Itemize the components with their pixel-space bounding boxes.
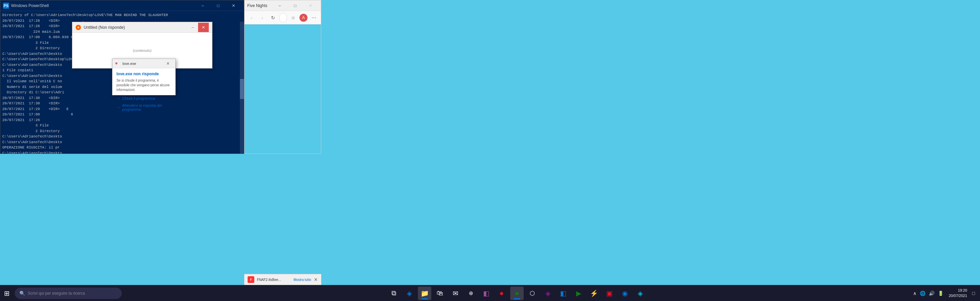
powershell-icon: PS bbox=[3, 3, 9, 9]
close-button[interactable]: ✕ bbox=[226, 0, 241, 11]
maximize-button[interactable]: □ bbox=[210, 0, 226, 11]
ps-line: 3 File bbox=[2, 123, 242, 128]
taskbar-clock[interactable]: 19:20 20/07/2021 bbox=[946, 288, 970, 298]
search-icon: 🔍 bbox=[19, 291, 25, 296]
untitled-dialog-title: Untitled (Non risponde) bbox=[84, 25, 188, 30]
notification-center-icon[interactable]: □ bbox=[971, 289, 976, 297]
ps-line: Directory of C:\Users\AdrianoTech\Deskto… bbox=[2, 13, 242, 18]
profile-button[interactable]: A bbox=[299, 14, 307, 22]
show-all-label[interactable]: Mostra tutto bbox=[293, 278, 311, 282]
browser-window-controls: – □ ✕ bbox=[272, 0, 318, 11]
close-program-arrow: → bbox=[116, 96, 120, 100]
taskbar-vs[interactable]: ◧ bbox=[479, 287, 493, 300]
taskbar-green-play[interactable]: ▶ bbox=[572, 287, 585, 300]
ps-line: 2 Directory bbox=[2, 128, 242, 134]
love-dialog: ♥ love.exe ✕ love.exe non risponde Se si… bbox=[112, 59, 176, 95]
taskbar-file-explorer[interactable]: 📁 bbox=[418, 287, 431, 300]
tray-network-icon[interactable]: 🌐 bbox=[919, 289, 926, 297]
search-placeholder: Scrivi qui per eseguire la ricerca bbox=[28, 291, 85, 296]
ps-line: 20/07/2021 17:26 bbox=[2, 117, 242, 123]
taskbar-center-icons: ⧉ ◈ 📁 🛍 ✉ ⊕ ◧ ● ● ⬡ ◈ ◧ ▶ ⚡ ▣ ◉ ◈ bbox=[122, 287, 912, 300]
taskbar-square-app[interactable]: ▣ bbox=[603, 287, 616, 300]
tray-volume-icon[interactable]: 🔊 bbox=[928, 289, 935, 297]
powershell-titlebar: PS Windows PowerShell – □ ✕ bbox=[0, 0, 244, 11]
browser-maximize-button[interactable]: □ bbox=[287, 0, 303, 11]
love-dialog-icon: ♥ bbox=[115, 61, 121, 66]
love-dialog-titlebar: ♥ love.exe ✕ bbox=[113, 59, 175, 68]
taskbar-date-display: 20/07/2021 bbox=[948, 293, 967, 298]
taskbar-hex-app[interactable]: ⬡ bbox=[526, 287, 539, 300]
ps-line: C:\Users\AdrianoTech\Deskto bbox=[2, 139, 242, 145]
powershell-scrollbar[interactable] bbox=[240, 22, 244, 154]
untitled-dialog-titlebar: ● Untitled (Non risponde) – ✕ bbox=[72, 22, 212, 33]
tray-chevron-icon[interactable]: ∧ bbox=[912, 289, 918, 297]
taskbar-green-app[interactable]: ● bbox=[510, 287, 523, 300]
notification-close-button[interactable]: ✕ bbox=[314, 277, 318, 282]
untitled-close-button[interactable]: ✕ bbox=[198, 23, 209, 32]
start-button[interactable]: ⊞ bbox=[0, 287, 13, 300]
taskbar-store[interactable]: 🛍 bbox=[433, 287, 447, 300]
browser-minimize-button[interactable]: – bbox=[272, 0, 287, 11]
taskbar-purple-app[interactable]: ◈ bbox=[541, 287, 554, 300]
back-button[interactable]: ‹ bbox=[247, 13, 256, 22]
browser-close-button[interactable]: ✕ bbox=[303, 0, 318, 11]
browser-titlebar: Five Nights – □ ✕ bbox=[245, 0, 321, 11]
love-close-button[interactable]: ✕ bbox=[163, 60, 173, 68]
taskbar-diamond-app[interactable]: ◈ bbox=[633, 287, 647, 300]
untitled-dialog-body: (contenuto) bbox=[133, 49, 151, 52]
love-body-text: Se si chiude il programma, è possibile c… bbox=[116, 78, 171, 92]
browser-controls: ‹ › ↻ ☆ A ⋯ bbox=[245, 11, 321, 24]
love-not-responding-title: love.exe non risponde bbox=[116, 71, 171, 76]
forward-button[interactable]: › bbox=[258, 13, 267, 22]
taskbar-time-display: 19:20 bbox=[948, 288, 967, 293]
refresh-button[interactable]: ↻ bbox=[269, 13, 277, 22]
browser-window: Five Nights – □ ✕ ‹ › ↻ ☆ A ⋯ bbox=[244, 0, 321, 154]
close-program-label: Chiudi il programma bbox=[122, 96, 155, 100]
untitled-minimize-button[interactable]: – bbox=[188, 23, 198, 32]
address-bar[interactable] bbox=[279, 13, 287, 22]
tray-battery-icon[interactable]: 🔋 bbox=[937, 289, 945, 297]
browser-title: Five Nights bbox=[247, 3, 272, 8]
wait-program-arrow: → bbox=[116, 105, 120, 109]
taskbar-task-view[interactable]: ⧉ bbox=[387, 287, 401, 300]
taskbar-vscode[interactable]: ◧ bbox=[557, 287, 570, 300]
fnaf-notification-icon: F bbox=[248, 276, 254, 283]
notification-bar: F FNAF2-ItsBee... Mostra tutto ✕ bbox=[244, 274, 321, 285]
ps-line: C:\Users\AdrianoTech\Deskto bbox=[2, 134, 242, 139]
taskbar-circle-app[interactable]: ◉ bbox=[618, 287, 632, 300]
taskbar-edge[interactable]: ◈ bbox=[402, 287, 416, 300]
wait-program-link[interactable]: → Attendere la risposta del programma bbox=[116, 103, 171, 112]
minimize-button[interactable]: – bbox=[195, 0, 210, 11]
taskbar: ⊞ 🔍 Scrivi qui per eseguire la ricerca ⧉… bbox=[0, 285, 980, 301]
notification-text: FNAF2-ItsBee... bbox=[257, 278, 291, 282]
taskbar-red-app[interactable]: ● bbox=[495, 287, 508, 300]
window-controls: – □ ✕ bbox=[195, 0, 241, 11]
favorites-button[interactable]: ☆ bbox=[289, 13, 298, 22]
scrollbar-thumb[interactable] bbox=[240, 79, 244, 99]
close-program-link[interactable]: → Chiudi il programma bbox=[116, 96, 171, 101]
love-dialog-title: love.exe bbox=[123, 62, 163, 65]
taskbar-tray: ∧ 🌐 🔊 🔋 19:20 20/07/2021 □ bbox=[912, 288, 980, 298]
taskbar-search-bar[interactable]: 🔍 Scrivi qui per eseguire la ricerca bbox=[15, 288, 122, 299]
taskbar-lightning[interactable]: ⚡ bbox=[587, 287, 601, 300]
browser-content bbox=[245, 24, 321, 154]
dialog-icon: ● bbox=[76, 25, 81, 30]
taskbar-chrome[interactable]: ⊕ bbox=[464, 287, 477, 300]
taskbar-mail[interactable]: ✉ bbox=[449, 287, 462, 300]
ps-line: C:\Users\AdrianoTech\Deskto bbox=[2, 150, 242, 154]
more-button[interactable]: ⋯ bbox=[310, 13, 318, 22]
love-dialog-content: love.exe non risponde Se si chiude il pr… bbox=[113, 68, 175, 117]
ps-line: OPERAZIONE RIUSCITA: il pr bbox=[2, 145, 242, 150]
powershell-title: Windows PowerShell bbox=[11, 3, 195, 8]
wait-program-label: Attendere la risposta del programma bbox=[122, 103, 171, 111]
